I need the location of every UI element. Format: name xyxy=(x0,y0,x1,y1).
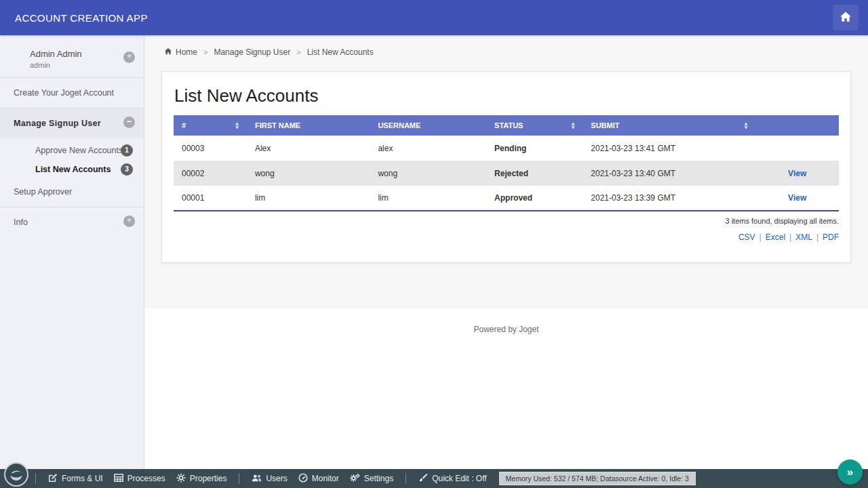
sidebar-item-approve-new-accounts[interactable]: Approve New Accounts 1 xyxy=(0,141,144,160)
cell-first-name: wong xyxy=(247,161,370,186)
cell-submit: 2021-03-23 13:40 GMT xyxy=(583,161,755,186)
export-xml-link[interactable]: XML xyxy=(795,232,812,242)
page-title: List New Accounts xyxy=(174,85,839,106)
monitor-icon xyxy=(298,473,308,485)
sidebar-item-label: Info xyxy=(14,218,28,227)
minus-circle-icon[interactable]: − xyxy=(123,117,135,128)
admin-toolbar: Forms & UI Processes Properties Users xyxy=(0,469,868,488)
plus-circle-icon[interactable]: + xyxy=(123,52,135,63)
brush-icon xyxy=(418,473,428,485)
toolbar-forms-ui[interactable]: Forms & UI xyxy=(43,473,108,485)
sidebar-item-label: Approve New Accounts xyxy=(35,146,123,155)
list-card: List New Accounts # xyxy=(161,71,851,263)
sort-icon[interactable] xyxy=(235,121,239,129)
export-links: CSV|Excel|XML|PDF xyxy=(174,232,839,242)
grid-icon xyxy=(114,473,123,485)
toolbar-divider xyxy=(406,473,406,484)
profile-username: admin xyxy=(30,61,132,69)
joget-logo-icon[interactable] xyxy=(4,462,28,487)
cell-first-name: lim xyxy=(247,186,370,211)
home-icon xyxy=(840,11,852,25)
cell-username: wong xyxy=(370,161,486,186)
column-header-status[interactable]: STATUS xyxy=(486,115,583,136)
powered-by-text: Powered by Joget xyxy=(144,325,868,334)
toolbar-monitor[interactable]: Monitor xyxy=(293,473,344,485)
sidebar: Admin Admin admin + Create Your Joget Ac… xyxy=(0,35,144,469)
sidebar-item-info[interactable]: Info + xyxy=(0,207,144,237)
view-link[interactable]: View xyxy=(788,193,806,203)
toolbar-quick-edit[interactable]: Quick Edit : Off xyxy=(413,473,492,485)
breadcrumb: Home > Manage Signup User > List New Acc… xyxy=(161,47,851,57)
cell-action xyxy=(755,136,839,161)
page: ACCOUNT CREATION APP Admin Admin admin +… xyxy=(0,0,868,488)
app-title: ACCOUNT CREATION APP xyxy=(15,12,148,24)
sidebar-item-manage-signup[interactable]: Manage Signup User − xyxy=(0,108,144,138)
sort-icon[interactable] xyxy=(572,121,575,129)
table-row[interactable]: 00001 lim lim Approved 2021-03-23 13:39 … xyxy=(174,186,839,211)
table-row[interactable]: 00003 Alex alex Pending 2021-03-23 13:41… xyxy=(174,136,839,161)
accounts-table: # FIRST NAME USERNAME STATUS xyxy=(174,115,839,211)
column-header-first-name: FIRST NAME xyxy=(247,115,370,136)
column-header-submit[interactable]: SUBMIT xyxy=(583,115,755,136)
export-csv-link[interactable]: CSV xyxy=(738,232,755,242)
profile-block[interactable]: Admin Admin admin + xyxy=(0,35,144,78)
plus-circle-icon[interactable]: + xyxy=(123,216,135,227)
toolbar-processes[interactable]: Processes xyxy=(108,473,171,485)
cell-submit: 2021-03-23 13:39 GMT xyxy=(583,186,755,211)
users-icon xyxy=(252,473,262,485)
cell-submit: 2021-03-23 13:41 GMT xyxy=(583,136,755,161)
count-badge: 3 xyxy=(121,163,133,176)
toolbar-users[interactable]: Users xyxy=(246,473,292,485)
cell-action: View xyxy=(755,186,839,211)
cell-id: 00002 xyxy=(174,161,247,186)
sidebar-item-setup-approver[interactable]: Setup Approver xyxy=(0,179,144,207)
profile-name: Admin Admin xyxy=(30,49,132,59)
sidebar-item-create-account[interactable]: Create Your Joget Account xyxy=(0,78,144,108)
gear-icon xyxy=(176,473,186,485)
breadcrumb-list-new-accounts: List New Accounts xyxy=(307,47,374,57)
cell-action: View xyxy=(755,161,839,186)
cell-username: alex xyxy=(370,136,486,161)
export-pdf-link[interactable]: PDF xyxy=(823,232,839,242)
memory-status-badge: Memory Used: 532 / 574 MB; Datasource Ac… xyxy=(499,472,696,485)
expand-toolbar-button[interactable]: » xyxy=(837,460,863,485)
column-header-actions xyxy=(755,115,839,136)
cell-status: Pending xyxy=(486,136,583,161)
cell-first-name: Alex xyxy=(247,136,370,161)
toolbar-divider xyxy=(239,473,239,484)
breadcrumb-separator: > xyxy=(203,48,208,56)
toolbar-divider xyxy=(35,473,36,484)
cell-id: 00003 xyxy=(174,136,247,161)
items-found-text: 3 items found, displaying all items. xyxy=(174,217,839,225)
column-header-id[interactable]: # xyxy=(174,115,247,136)
edit-icon xyxy=(48,473,58,485)
home-icon xyxy=(164,47,172,57)
cell-status: Approved xyxy=(486,186,583,211)
count-badge: 1 xyxy=(121,144,133,157)
gears-icon xyxy=(350,473,360,485)
column-header-username: USERNAME xyxy=(370,115,486,136)
sidebar-item-list-new-accounts[interactable]: List New Accounts 3 xyxy=(0,160,144,179)
sort-icon[interactable] xyxy=(745,121,748,129)
home-button[interactable] xyxy=(833,5,859,30)
breadcrumb-home[interactable]: Home xyxy=(164,47,197,57)
app-header: ACCOUNT CREATION APP xyxy=(0,0,868,35)
sidebar-item-label: Manage Signup User xyxy=(14,119,101,128)
table-row[interactable]: 00002 wong wong Rejected 2021-03-23 13:4… xyxy=(174,161,839,186)
cell-username: lim xyxy=(370,186,486,211)
breadcrumb-manage-signup-user[interactable]: Manage Signup User xyxy=(214,47,290,57)
export-excel-link[interactable]: Excel xyxy=(766,232,785,242)
toolbar-properties[interactable]: Properties xyxy=(171,473,233,485)
view-link[interactable]: View xyxy=(788,169,806,178)
main-content: Home > Manage Signup User > List New Acc… xyxy=(144,35,868,469)
cell-status: Rejected xyxy=(486,161,583,186)
toolbar-settings[interactable]: Settings xyxy=(344,473,399,485)
sidebar-item-label: List New Accounts xyxy=(35,165,111,174)
breadcrumb-separator: > xyxy=(296,48,300,56)
cell-id: 00001 xyxy=(174,186,247,211)
